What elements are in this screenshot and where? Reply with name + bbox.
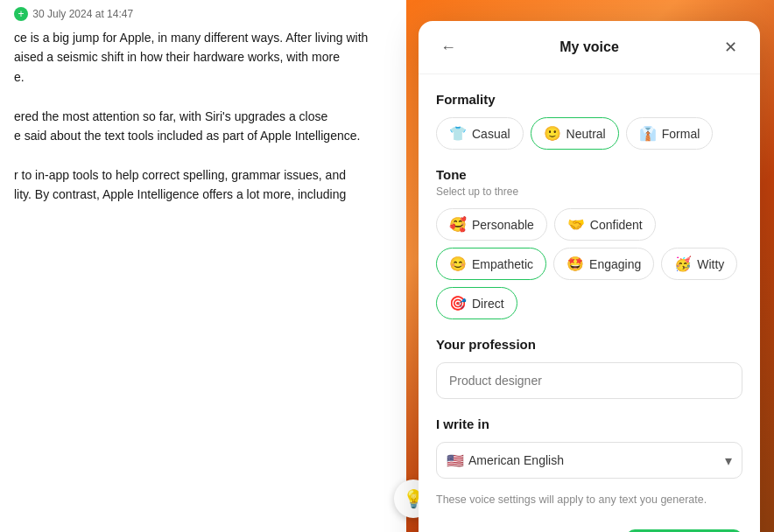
formality-neutral[interactable]: 🙂 Neutral xyxy=(531,117,619,150)
witty-emoji: 🥳 xyxy=(674,256,692,272)
article-area: + 30 July 2024 at 14:47 ce is a big jump… xyxy=(0,0,412,532)
witty-label: Witty xyxy=(697,257,724,271)
casual-label: Casual xyxy=(472,127,510,141)
plus-icon: + xyxy=(14,7,28,21)
engaging-label: Engaging xyxy=(589,257,641,271)
language-section-title: I write in xyxy=(436,416,742,431)
language-select[interactable]: American English British English Spanish… xyxy=(436,442,742,479)
article-date: + 30 July 2024 at 14:47 xyxy=(14,7,398,21)
personable-label: Personable xyxy=(472,218,534,232)
formality-section-title: Formality xyxy=(436,92,742,107)
empathetic-label: Empathetic xyxy=(472,257,533,271)
confident-label: Confident xyxy=(590,218,643,232)
direct-label: Direct xyxy=(472,297,504,311)
back-button[interactable]: ← xyxy=(436,35,461,60)
tone-options: 🥰 Personable 🤝 Confident 😊 Empathetic 🤩 … xyxy=(436,208,742,319)
modal-title: My voice xyxy=(559,39,619,55)
profession-section-title: Your profession xyxy=(436,337,742,352)
modal-body: Formality 👕 Casual 🙂 Neutral 👔 Formal To… xyxy=(419,74,760,479)
tone-section-subtitle: Select up to three xyxy=(436,186,742,198)
tone-personable[interactable]: 🥰 Personable xyxy=(436,208,547,241)
confident-emoji: 🤝 xyxy=(567,216,585,233)
modal-header: ← My voice ✕ xyxy=(419,21,760,74)
formality-options: 👕 Casual 🙂 Neutral 👔 Formal xyxy=(436,117,742,150)
personable-emoji: 🥰 xyxy=(449,216,467,233)
my-voice-modal: ← My voice ✕ Formality 👕 Casual 🙂 Neutra… xyxy=(419,21,760,532)
formality-formal[interactable]: 👔 Formal xyxy=(626,117,714,150)
empathetic-emoji: 😊 xyxy=(449,256,467,272)
formal-label: Formal xyxy=(662,127,700,141)
tone-empathetic[interactable]: 😊 Empathetic xyxy=(436,248,546,280)
engaging-emoji: 🤩 xyxy=(566,256,584,272)
modal-footer-actions: Close Use this voice xyxy=(419,519,760,533)
tone-engaging[interactable]: 🤩 Engaging xyxy=(553,248,654,280)
language-select-wrapper: American English British English Spanish… xyxy=(436,442,742,479)
neutral-label: Neutral xyxy=(566,127,606,141)
tone-section-title: Tone xyxy=(436,167,742,182)
formality-casual[interactable]: 👕 Casual xyxy=(436,117,524,150)
close-icon-button[interactable]: ✕ xyxy=(718,35,742,60)
use-voice-button[interactable]: Use this voice xyxy=(626,529,742,533)
profession-input[interactable] xyxy=(436,362,742,399)
article-text: ce is a big jump for Apple, in many diff… xyxy=(14,28,398,205)
casual-emoji: 👕 xyxy=(449,125,467,142)
tone-direct[interactable]: 🎯 Direct xyxy=(436,287,517,319)
direct-emoji: 🎯 xyxy=(449,295,467,312)
tone-witty[interactable]: 🥳 Witty xyxy=(661,248,737,280)
neutral-emoji: 🙂 xyxy=(544,125,561,142)
formal-emoji: 👔 xyxy=(639,125,657,142)
tone-confident[interactable]: 🤝 Confident xyxy=(554,208,656,241)
footer-text: These voice settings will apply to any t… xyxy=(419,493,760,519)
